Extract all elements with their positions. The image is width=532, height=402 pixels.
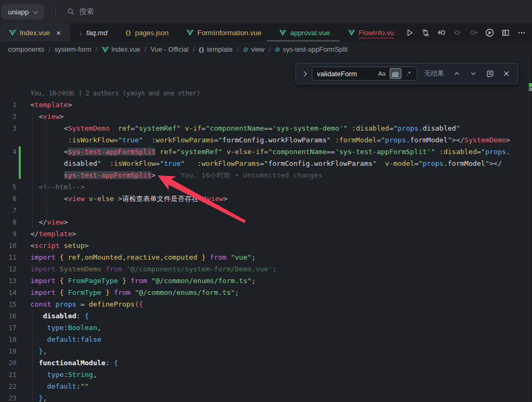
search-placeholder: 搜索 bbox=[79, 7, 94, 17]
line-number: 22 bbox=[0, 381, 17, 392]
code-text: import { FormType } from "@/common/enums… bbox=[30, 287, 239, 299]
line-number: 13 bbox=[0, 275, 17, 287]
whole-word-toggle[interactable]: ab bbox=[390, 68, 401, 79]
code-line-17[interactable]: 17 type:Boolean, bbox=[0, 322, 532, 334]
code-line-7[interactable]: 7 bbox=[0, 205, 532, 216]
workspace-name: uniapp bbox=[8, 8, 29, 16]
previous-change-icon bbox=[451, 26, 464, 39]
tab-faq.md[interactable]: ↓faq.md bbox=[70, 23, 116, 42]
code-line-22[interactable]: 22 default:"" bbox=[0, 381, 532, 392]
line-number: 10 bbox=[0, 240, 17, 252]
code-editor[interactable]: You, 16小时前 | 2 authors (yaoyn and one ot… bbox=[0, 58, 532, 402]
breadcrumb-separator: / bbox=[192, 46, 194, 53]
breadcrumb-item-system-form[interactable]: system-form bbox=[55, 46, 92, 53]
code-line-23[interactable]: 23 }, bbox=[0, 392, 532, 402]
tab-approval.vue[interactable]: approval.vue bbox=[270, 23, 338, 42]
more-actions-icon[interactable] bbox=[515, 26, 528, 39]
breadcrumb-item-Vue - Official[interactable]: Vue - Official bbox=[151, 46, 189, 53]
find-in-selection-icon[interactable] bbox=[484, 68, 496, 79]
overview-ruler bbox=[528, 58, 529, 402]
code-line-9[interactable]: 9</template> bbox=[0, 228, 532, 240]
code-text: sys-test-appFormSplit> You, 16小时前 • Unco… bbox=[30, 170, 323, 181]
vue-icon bbox=[9, 30, 16, 36]
code-line-18[interactable]: 18 default:false bbox=[0, 334, 532, 345]
breadcrumb-separator: / bbox=[144, 46, 146, 53]
find-input[interactable] bbox=[317, 70, 374, 78]
code-line-2[interactable]: 2 <view> bbox=[0, 111, 532, 123]
code-line-8[interactable]: 8 </view> bbox=[0, 216, 532, 228]
tab-Index.vue[interactable]: Index.vue× bbox=[0, 23, 70, 42]
open-changes-icon[interactable] bbox=[435, 26, 448, 39]
titlebar-divider bbox=[55, 7, 56, 16]
code-line-19[interactable]: 19 }, bbox=[0, 345, 532, 357]
code-text: const props = defineProps({ bbox=[30, 299, 143, 310]
code-text: disabled" :isWorkFlow="true" :workFlowPa… bbox=[30, 158, 502, 170]
code-line-4[interactable]: 4 <sys-test-appFormSplit ref="systemRef"… bbox=[0, 146, 532, 158]
tab-scrollbar[interactable] bbox=[267, 40, 340, 42]
title-bar: uniapp 搜索 bbox=[0, 0, 532, 23]
code-line-16[interactable]: 16 disabled: { bbox=[0, 310, 532, 322]
code-line-5[interactable]: 5 <!--html--> bbox=[0, 181, 532, 193]
code-text: <template> bbox=[30, 99, 72, 111]
find-widget: Aa ab .* 无结果 bbox=[295, 63, 518, 84]
line-number: 16 bbox=[0, 310, 17, 322]
toggle-replace-icon[interactable] bbox=[302, 71, 307, 76]
close-tab-icon[interactable]: × bbox=[56, 29, 61, 37]
line-number: 8 bbox=[0, 216, 17, 228]
run-or-debug-icon[interactable] bbox=[483, 26, 496, 39]
match-case-toggle[interactable]: Aa bbox=[376, 68, 388, 79]
code-text: :isWorkFlow="true" :workFlowParams="form… bbox=[30, 134, 510, 146]
breadcrumb-item-components[interactable]: components bbox=[8, 46, 44, 53]
line-number: 17 bbox=[0, 322, 17, 334]
breadcrumb-item-view[interactable]: ⊘view bbox=[243, 46, 264, 53]
code-line-20[interactable]: 20 functionalModule: { bbox=[0, 357, 532, 369]
breadcrumb-item-Index.vue[interactable]: Index.vue bbox=[102, 46, 140, 53]
tab-pages.json[interactable]: {}pages.json bbox=[116, 23, 178, 42]
regex-toggle[interactable]: .* bbox=[403, 68, 415, 79]
code-line-wrap[interactable]: You, 16小时前 | 2 authors (yaoyn and one ot… bbox=[0, 87, 532, 99]
line-number: 1 bbox=[0, 99, 17, 111]
code-line-wrap[interactable]: :isWorkFlow="true" :workFlowParams="form… bbox=[0, 134, 532, 146]
tab-FlowInfo.vu[interactable]: FlowInfo.vu bbox=[339, 23, 403, 42]
code-line-13[interactable]: 13import { FromPageType } from "@/common… bbox=[0, 275, 532, 287]
vscode-window: { "titlebar": { "workspace": "uniapp", "… bbox=[0, 0, 532, 402]
line-number: 14 bbox=[0, 287, 17, 299]
code-line-12[interactable]: 12import SystemDemo from '@/components/s… bbox=[0, 263, 532, 275]
line-number: 19 bbox=[0, 345, 17, 357]
workspace-button[interactable]: uniapp bbox=[1, 4, 44, 20]
code-line-21[interactable]: 21 type:String, bbox=[0, 369, 532, 381]
split-editor-icon[interactable] bbox=[499, 26, 512, 39]
code-text: <view> bbox=[30, 111, 64, 123]
run-button[interactable] bbox=[403, 26, 416, 39]
line-number: 12 bbox=[0, 263, 17, 275]
code-text: type:Boolean, bbox=[30, 322, 101, 334]
code-line-15[interactable]: 15const props = defineProps({ bbox=[0, 299, 532, 310]
close-find-icon[interactable] bbox=[501, 68, 512, 79]
code-line-3[interactable]: 3 <SystemDemo ref="systemRef" v-if="comp… bbox=[0, 123, 532, 134]
code-line-6[interactable]: 6 <view v-else >请检查表单文件是否存在</view> bbox=[0, 193, 532, 205]
code-line-14[interactable]: 14import { FormType } from "@/common/enu… bbox=[0, 287, 532, 299]
code-line-1[interactable]: 1<template> bbox=[0, 99, 532, 111]
breadcrumb-label: template bbox=[207, 46, 232, 53]
markdown-icon: ↓ bbox=[79, 29, 83, 37]
tab-FormInformation.vue[interactable]: FormInformation.vue bbox=[178, 23, 270, 42]
breadcrumb-item-template[interactable]: {}template bbox=[199, 46, 233, 53]
tab-label: Index.vue bbox=[20, 29, 50, 37]
code-line-10[interactable]: 10<script setup> bbox=[0, 240, 532, 252]
code-line-wrap[interactable]: sys-test-appFormSplit> You, 16小时前 • Unco… bbox=[0, 170, 532, 181]
next-change-icon bbox=[467, 26, 480, 39]
breadcrumb-separator: / bbox=[269, 46, 270, 53]
global-search[interactable]: 搜索 bbox=[67, 7, 94, 17]
code-line-wrap[interactable]: disabled" :isWorkFlow="true" :workFlowPa… bbox=[0, 158, 532, 170]
code-text: You, 16小时前 | 2 authors (yaoyn and one ot… bbox=[30, 87, 200, 99]
breadcrumb-item-sys-test-appFormSplit[interactable]: ⊘sys-test-appFormSplit bbox=[275, 46, 348, 53]
vue-icon bbox=[187, 30, 194, 36]
line-number: 3 bbox=[0, 123, 17, 134]
tab-label: approval.vue bbox=[290, 29, 329, 37]
git-compare-icon[interactable] bbox=[419, 26, 432, 39]
code-text: import { ref,onMounted,reactive,computed… bbox=[30, 252, 256, 263]
breadcrumb-separator: / bbox=[237, 46, 238, 53]
line-number: 4 bbox=[0, 146, 17, 158]
symbol-icon: ⊘ bbox=[243, 46, 248, 53]
code-line-11[interactable]: 11import { ref,onMounted,reactive,comput… bbox=[0, 252, 532, 263]
